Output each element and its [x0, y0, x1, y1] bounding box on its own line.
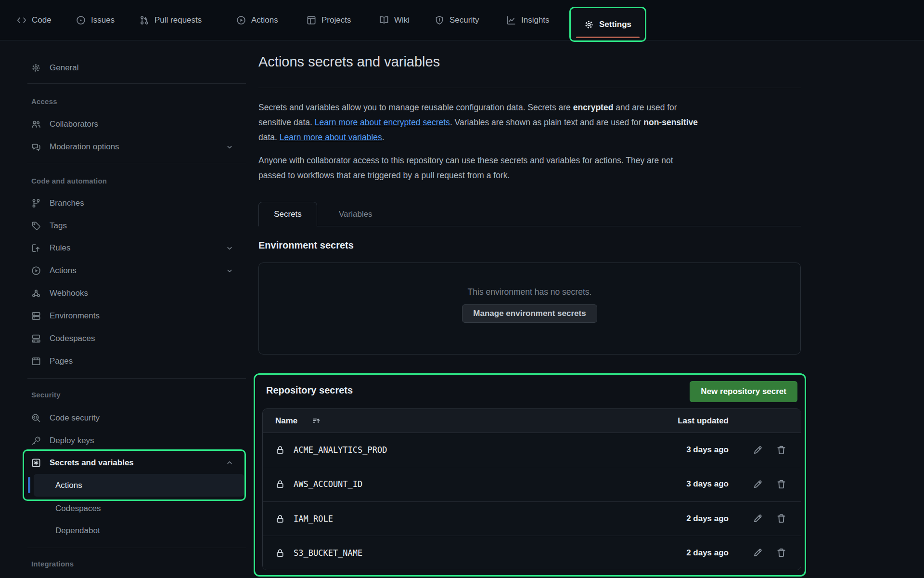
delete-secret-button[interactable] — [776, 479, 786, 489]
git-branch-icon — [31, 198, 41, 208]
tab-variables[interactable]: Variables — [327, 202, 384, 226]
delete-secret-button[interactable] — [776, 445, 786, 455]
secrets-variables-tabs: Secrets Variables — [258, 202, 801, 226]
repository-secrets-heading: Repository secrets — [266, 385, 353, 396]
pencil-icon — [753, 513, 763, 524]
sidebar-item-rules[interactable]: Rules — [31, 237, 235, 259]
note-text: passed to workflows that are triggered b… — [258, 171, 510, 180]
sidebar-subitem-codespaces[interactable]: Codespaces — [55, 498, 101, 520]
sidebar-item-label: Webhooks — [50, 289, 88, 298]
sidebar-item-environments[interactable]: Environments — [31, 305, 235, 327]
table-header-row: Name Last updated — [263, 409, 801, 433]
secret-name: S3_BUCKET_NAME — [294, 548, 362, 558]
play-circle-icon — [31, 266, 41, 276]
settings-sidebar: General Access Collaborators Moderation … — [0, 40, 248, 578]
tab-label: Pull requests — [154, 15, 202, 25]
sidebar-item-label: General — [50, 63, 78, 73]
link-encrypted-secrets[interactable]: Learn more about encrypted secrets — [315, 118, 450, 127]
secret-row: IAM_ROLE 2 days ago — [263, 502, 801, 536]
sidebar-subitem-dependabot[interactable]: Dependabot — [55, 520, 100, 542]
rules-icon — [31, 243, 41, 253]
git-pull-request-icon — [140, 15, 149, 25]
trash-icon — [776, 445, 786, 455]
sidebar-item-label: Pages — [50, 356, 73, 366]
webhook-icon — [31, 289, 41, 298]
trash-icon — [776, 513, 786, 524]
sidebar-item-codespaces[interactable]: Codespaces — [31, 328, 235, 350]
manage-environment-secrets-button[interactable]: Manage environment secrets — [462, 304, 597, 323]
pencil-icon — [753, 548, 763, 558]
tab-pull-requests[interactable]: Pull requests — [140, 0, 202, 40]
sidebar-section-code-and-automation: Code and automation — [31, 177, 107, 185]
selected-item-accent-bar — [28, 477, 30, 493]
play-circle-icon — [236, 15, 246, 25]
delete-secret-button[interactable] — [776, 548, 786, 558]
comment-discussion-icon — [31, 142, 41, 152]
secret-last-updated: 2 days ago — [647, 514, 729, 524]
secret-last-updated: 3 days ago — [647, 479, 729, 489]
tab-secrets[interactable]: Secrets — [258, 202, 317, 226]
sidebar-item-code-security[interactable]: Code security — [31, 407, 235, 429]
chevron-up-icon — [224, 459, 235, 467]
environment-secrets-heading: Environment secrets — [258, 240, 354, 251]
sidebar-item-label: Moderation options — [50, 142, 119, 152]
sidebar-item-label: Dependabot — [55, 526, 100, 536]
note-text: Anyone with collaborator access to this … — [258, 156, 673, 165]
tag-icon — [31, 221, 41, 231]
chevron-down-icon — [224, 143, 235, 151]
sidebar-item-label: Branches — [50, 198, 84, 208]
edit-secret-button[interactable] — [753, 548, 763, 558]
empty-state-message: This environment has no secrets. — [468, 287, 592, 297]
column-header-name: Name — [275, 416, 297, 426]
pencil-icon — [753, 445, 763, 455]
secret-row: S3_BUCKET_NAME 2 days ago — [263, 536, 801, 570]
intro-bold-encrypted: encrypted — [573, 103, 614, 112]
edit-secret-button[interactable] — [753, 479, 763, 489]
code-icon — [17, 15, 26, 25]
intro-bold-non-sensitive: non-sensitive — [643, 118, 698, 127]
trash-icon — [776, 479, 786, 489]
tab-code[interactable]: Code — [17, 0, 51, 40]
sidebar-divider — [27, 163, 246, 163]
chevron-down-icon — [224, 244, 235, 252]
sidebar-divider — [27, 548, 246, 548]
new-repository-secret-button[interactable]: New repository secret — [690, 381, 797, 402]
sidebar-item-secrets-and-variables[interactable]: Secrets and variables — [31, 452, 235, 474]
edit-secret-button[interactable] — [753, 513, 763, 524]
sidebar-item-label: Codespaces — [50, 334, 95, 343]
link-variables[interactable]: Learn more about variables — [280, 132, 382, 142]
asterisk-box-icon — [31, 458, 41, 468]
secret-last-updated: 2 days ago — [647, 548, 729, 558]
sort-ascending-icon[interactable] — [312, 417, 321, 425]
sidebar-item-collaborators[interactable]: Collaborators — [31, 113, 235, 135]
chevron-down-icon — [224, 267, 235, 275]
sidebar-item-actions[interactable]: Actions — [31, 260, 235, 282]
codescan-icon — [31, 413, 41, 423]
title-divider — [258, 88, 801, 88]
sidebar-item-label: Collaborators — [50, 119, 98, 129]
sidebar-subitem-actions-selected[interactable]: Actions — [34, 474, 244, 497]
sidebar-item-deploy-keys[interactable]: Deploy keys — [31, 430, 235, 452]
intro-text: Secrets and variables allow you to manag… — [258, 103, 573, 112]
people-icon — [31, 119, 41, 129]
sidebar-item-branches[interactable]: Branches — [31, 192, 235, 214]
sidebar-item-label: Tags — [50, 221, 67, 231]
sidebar-item-moderation-options[interactable]: Moderation options — [31, 136, 235, 158]
sidebar-item-webhooks[interactable]: Webhooks — [31, 282, 235, 304]
intro-text: . — [382, 132, 385, 142]
tab-issues[interactable]: Issues — [76, 0, 115, 40]
delete-secret-button[interactable] — [776, 513, 786, 524]
sidebar-item-general[interactable]: General — [31, 57, 235, 79]
pencil-icon — [753, 479, 763, 489]
environment-secrets-panel: This environment has no secrets. Manage … — [258, 263, 801, 355]
sidebar-item-label: Secrets and variables — [50, 458, 134, 468]
sidebar-item-tags[interactable]: Tags — [31, 215, 235, 237]
lock-icon — [275, 445, 285, 455]
secret-name: IAM_ROLE — [294, 514, 333, 524]
key-icon — [31, 436, 41, 446]
settings-content: Actions secrets and variables Secrets an… — [258, 0, 801, 578]
edit-secret-button[interactable] — [753, 445, 763, 455]
tab-label: Code — [32, 15, 51, 25]
sidebar-section-integrations: Integrations — [31, 560, 74, 568]
sidebar-item-pages[interactable]: Pages — [31, 350, 235, 372]
